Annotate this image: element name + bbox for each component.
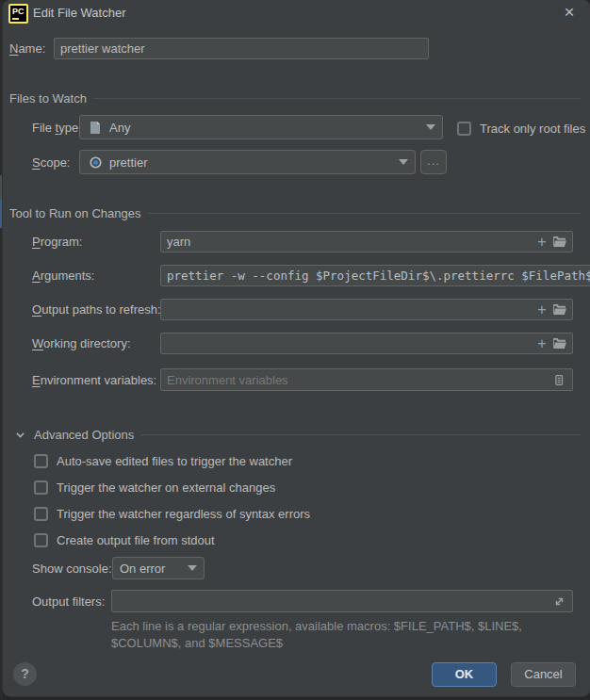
show-console-label-row: Show console: <box>32 557 112 579</box>
section-separator <box>94 98 581 99</box>
track-root-files-label: Track only root files <box>480 122 585 136</box>
output-paths-row: + <box>160 299 573 320</box>
cancel-button[interactable]: Cancel <box>511 662 576 687</box>
track-root-files-row[interactable]: Track only root files <box>457 120 585 137</box>
folder-icon[interactable] <box>550 301 567 318</box>
insert-macro-icon[interactable]: + <box>533 301 550 318</box>
env-vars-input-box <box>160 368 573 391</box>
chevron-down-icon <box>426 124 435 130</box>
checkbox-label: Create output file from stdout <box>57 533 215 547</box>
env-vars-row <box>160 368 573 391</box>
arguments-label-row: Arguments: <box>32 265 94 286</box>
browse-scope-button[interactable]: ... <box>420 150 447 174</box>
arguments-input-box[interactable]: prettier -w --config $ProjectFileDir$\.p… <box>160 265 590 286</box>
insert-macro-icon[interactable]: + <box>533 335 550 352</box>
file-type-combobox[interactable]: Any <box>79 115 443 139</box>
output-paths-input[interactable] <box>167 302 533 317</box>
output-filters-input-box <box>111 590 573 612</box>
section-title: Files to Watch <box>9 91 87 106</box>
name-field-row <box>54 38 429 59</box>
name-input[interactable] <box>60 41 423 56</box>
edit-file-watcher-dialog: PC Edit File Watcher × Name: Files to Wa… <box>3 0 590 696</box>
hint-line: $COLUMN$, and $MESSAGE$ <box>111 635 573 652</box>
expand-icon[interactable] <box>550 593 567 610</box>
checkbox-label: Trigger the watcher on external changes <box>57 480 275 495</box>
env-vars-label-row: Environment variables: <box>32 368 156 391</box>
arguments-value: prettier -w --config $ProjectFileDir$\.p… <box>167 269 590 283</box>
section-title: Tool to Run on Changes <box>9 206 140 220</box>
pycharm-logo-icon: PC <box>8 4 28 24</box>
working-directory-row: + <box>160 333 573 354</box>
scope-value: prettier <box>109 155 393 170</box>
program-input-box: + <box>160 231 573 252</box>
advanced-options-toggle[interactable]: Advanced Options <box>13 427 581 442</box>
program-row: + <box>160 231 573 252</box>
output-filters-label-row: Output filters: <box>32 590 105 612</box>
folder-icon[interactable] <box>550 234 567 251</box>
program-input[interactable] <box>167 235 533 249</box>
stdout-output-checkbox[interactable] <box>34 533 48 547</box>
file-type-row: Any <box>79 115 443 139</box>
output-paths-label-row: Output paths to refresh: <box>32 299 161 320</box>
title-bar: PC Edit File Watcher × <box>3 0 590 26</box>
name-label: Name: <box>9 41 45 56</box>
scope-label-row: Scope: <box>32 150 70 174</box>
collapse-chevron-icon <box>13 428 26 441</box>
checkbox-label: Auto-save edited files to trigger the wa… <box>57 454 292 468</box>
section-separator <box>148 213 581 214</box>
section-files-to-watch: Files to Watch <box>9 90 581 106</box>
section-tool-to-run: Tool to Run on Changes <box>9 205 581 220</box>
ok-button[interactable]: OK <box>432 662 497 687</box>
chevron-down-icon <box>188 565 197 571</box>
scope-combobox[interactable]: prettier <box>79 150 416 174</box>
working-directory-label-row: Working directory: <box>32 333 131 354</box>
arguments-row: prettier -w --config $ProjectFileDir$\.p… <box>160 265 573 286</box>
autosave-checkbox[interactable] <box>34 454 48 468</box>
program-label: Program: <box>32 235 82 249</box>
checkbox-label: Trigger the watcher regardless of syntax… <box>57 507 310 521</box>
name-row: Name: <box>9 38 45 59</box>
env-list-icon[interactable] <box>550 371 567 388</box>
output-paths-input-box: + <box>160 299 573 320</box>
output-filters-row <box>111 590 573 612</box>
show-console-label: Show console: <box>32 562 112 576</box>
checkbox-row[interactable]: Create output file from stdout <box>34 531 215 548</box>
syntax-errors-checkbox[interactable] <box>34 507 48 521</box>
scope-row: prettier <box>79 150 416 174</box>
name-input-box <box>54 38 429 59</box>
scope-label: Scope: <box>32 155 70 170</box>
hint-line: Each line is a regular expression, avail… <box>111 618 573 635</box>
folder-icon[interactable] <box>550 335 567 352</box>
track-root-files-checkbox[interactable] <box>457 122 471 136</box>
output-filters-label: Output filters: <box>32 594 105 609</box>
working-directory-label: Working directory: <box>32 336 131 350</box>
close-icon[interactable]: × <box>558 0 581 24</box>
env-vars-label: Environment variables: <box>32 373 156 387</box>
section-title: Advanced Options <box>34 428 134 442</box>
arguments-label: Arguments: <box>32 269 94 283</box>
output-paths-label: Output paths to refresh: <box>32 302 161 317</box>
help-icon[interactable]: ? <box>13 662 37 686</box>
show-console-value: On error <box>120 562 182 576</box>
scope-icon <box>87 154 104 171</box>
show-console-combobox[interactable]: On error <box>112 557 205 579</box>
checkbox-row[interactable]: Auto-save edited files to trigger the wa… <box>34 452 292 469</box>
section-separator <box>141 434 581 435</box>
insert-macro-icon[interactable]: + <box>533 234 550 251</box>
file-type-value: Any <box>109 121 420 135</box>
external-changes-checkbox[interactable] <box>34 480 48 495</box>
dialog-title: Edit File Watcher <box>33 0 126 26</box>
program-label-row: Program: <box>32 231 82 252</box>
output-filters-hint: Each line is a regular expression, avail… <box>111 618 573 652</box>
file-icon <box>87 119 104 136</box>
output-filters-input[interactable] <box>118 594 550 609</box>
file-type-label-row: File type: <box>32 115 82 139</box>
checkbox-row[interactable]: Trigger the watcher on external changes <box>34 479 275 496</box>
working-directory-input[interactable] <box>167 336 533 350</box>
show-console-row: On error <box>112 557 205 579</box>
checkbox-row[interactable]: Trigger the watcher regardless of syntax… <box>34 505 310 522</box>
env-vars-input[interactable] <box>167 373 550 387</box>
working-directory-input-box: + <box>160 333 573 354</box>
file-type-label: File type: <box>32 121 82 135</box>
chevron-down-icon <box>399 159 408 165</box>
